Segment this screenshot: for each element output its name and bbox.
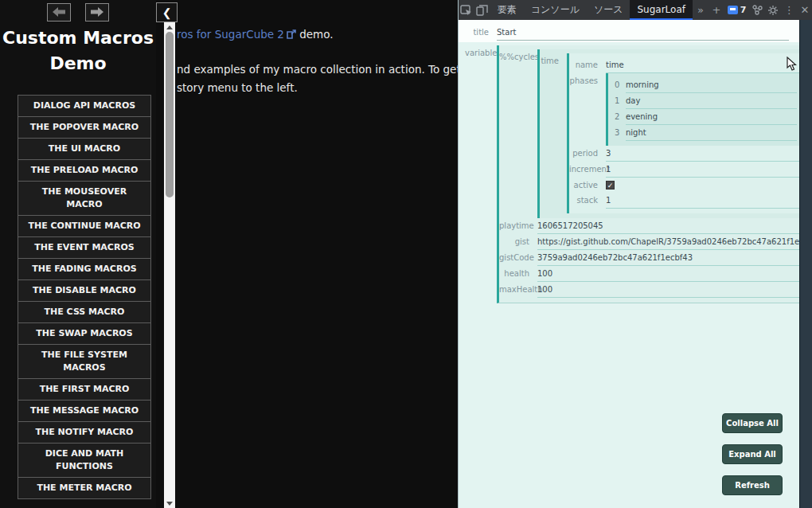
tab-console[interactable]: コンソール: [524, 0, 587, 20]
time-box: name time phases 0 morning: [567, 53, 800, 213]
menu-item-message[interactable]: THE MESSAGE MACRO: [18, 400, 151, 422]
cycles-box: time name time phases: [537, 49, 800, 218]
tab-elements[interactable]: 要素: [490, 0, 524, 20]
increment-key: increment: [569, 162, 606, 177]
gistcode-value[interactable]: 3759a9ad0246eb72bc47a621f1ecbf43: [537, 250, 800, 266]
history-back-button[interactable]: [47, 3, 71, 21]
story-area: Custom Macros Demo DIALOG API MACROS THE…: [0, 0, 458, 508]
tab-sources[interactable]: ソース: [587, 0, 630, 20]
phase-value[interactable]: night: [626, 125, 797, 141]
period-key: period: [569, 146, 606, 161]
story-title-line1: Custom Macros: [0, 25, 156, 51]
variables-row: variables %%cycles time name time: [459, 42, 800, 303]
health-value[interactable]: 100: [537, 266, 800, 282]
menu-item-meter[interactable]: THE METER MACRO: [18, 477, 151, 499]
increment-row: increment 1: [569, 162, 800, 178]
gist-row: gist https://gist.github.com/ChapelR/375…: [499, 234, 800, 250]
playtime-row: playtime 1606517205045: [499, 218, 800, 234]
phase-item: 3 night: [608, 125, 800, 141]
menu-item-dialog-api[interactable]: DIALOG API MACROS: [18, 95, 151, 117]
cycles-key: %%cycles: [499, 49, 537, 64]
mouse-cursor: [787, 57, 797, 72]
story-title-line2: Demo: [0, 51, 156, 76]
collapse-all-button[interactable]: Collapse All: [722, 413, 783, 433]
paragraph-line-1: nd examples of my macro collection in ac…: [177, 63, 461, 76]
variables-key: variables: [465, 45, 497, 61]
menu-item-preload[interactable]: THE PRELOAD MACRO: [18, 159, 151, 182]
playtime-value[interactable]: 1606517205045: [537, 218, 800, 234]
phases-row: phases 0 morning 1: [569, 73, 800, 146]
history-forward-button[interactable]: [85, 3, 109, 21]
phase-value[interactable]: morning: [626, 77, 797, 93]
menu-item-dice-math[interactable]: DICE AND MATH FUNCTIONS: [18, 443, 151, 478]
device-toolbar-icon[interactable]: [474, 0, 490, 20]
maxhealth-value[interactable]: 100: [537, 282, 800, 298]
sidebar-collapse-button[interactable]: ❮: [156, 2, 178, 22]
phases-key: phases: [569, 73, 606, 88]
arrow-left-icon: [53, 5, 65, 20]
settings-gear-icon[interactable]: [765, 0, 781, 20]
menu-item-swap[interactable]: THE SWAP MACROS: [18, 322, 151, 345]
phases-box: 0 morning 1 day: [606, 73, 800, 146]
maxhealth-row: maxHealth 100: [499, 282, 800, 298]
stack-key: stack: [569, 193, 606, 208]
story-menu: DIALOG API MACROS THE POPOVER MACRO THE …: [18, 96, 151, 499]
scroll-down-icon[interactable]: [164, 498, 175, 508]
gist-value[interactable]: https://gist.github.com/ChapelR/3759a9ad…: [537, 234, 800, 250]
console-errors-badge[interactable]: 7: [724, 5, 750, 15]
menu-item-css[interactable]: THE CSS MACRO: [18, 301, 151, 323]
error-count: 7: [740, 5, 747, 15]
menu-item-file-system[interactable]: THE FILE SYSTEM MACROS: [18, 344, 151, 379]
health-row: health 100: [499, 266, 800, 282]
external-link-icon: [287, 29, 296, 41]
inspect-element-icon[interactable]: [459, 0, 474, 20]
arrow-right-icon: [91, 5, 103, 20]
kebab-menu-icon[interactable]: ⋮: [781, 0, 797, 20]
menu-item-first[interactable]: THE FIRST MACRO: [18, 378, 151, 401]
devtools-panel: 要素 コンソール ソース SugarLoaf » + 7 ⋮ ✕ title: [458, 0, 812, 508]
time-row: time name time phases: [540, 53, 800, 213]
cycles-row: %%cycles time name time: [499, 49, 800, 218]
menu-item-notify[interactable]: THE NOTIFY MACRO: [18, 421, 151, 444]
devtools-scrollbar[interactable]: [799, 20, 812, 508]
issues-hub-icon[interactable]: [749, 0, 765, 20]
panel-actions: Collapse All Expand All Refresh: [722, 413, 783, 495]
sugarcube-link[interactable]: ros for SugarCube 2: [177, 28, 284, 41]
menu-item-ui[interactable]: THE UI MACRO: [18, 138, 151, 160]
stack-value[interactable]: 1: [606, 193, 800, 209]
menu-item-mouseover[interactable]: THE MOUSEOVER MACRO: [18, 181, 151, 216]
refresh-button[interactable]: Refresh: [722, 475, 783, 495]
menu-item-fading[interactable]: THE FADING MACROS: [18, 258, 151, 280]
active-key: active: [569, 178, 606, 193]
screen: Custom Macros Demo DIALOG API MACROS THE…: [0, 0, 812, 508]
phase-item: 2 evening: [608, 109, 800, 125]
tab-sugarloaf[interactable]: SugarLoaf: [630, 0, 693, 20]
variables-box: %%cycles time name time: [497, 45, 800, 303]
story-scrollbar[interactable]: [164, 22, 175, 508]
phase-item: 1 day: [608, 93, 800, 109]
scrollbar-thumb[interactable]: [166, 32, 174, 197]
phase-value[interactable]: day: [626, 93, 797, 109]
intro-line: ros for SugarCube 2 demo.: [177, 28, 334, 41]
more-tabs-icon[interactable]: »: [693, 0, 709, 20]
phase-item: 0 morning: [608, 77, 800, 93]
expand-all-button[interactable]: Expand All: [722, 444, 783, 464]
story-title: Custom Macros Demo: [0, 25, 156, 76]
increment-value[interactable]: 1: [606, 162, 800, 178]
name-value[interactable]: time: [606, 57, 800, 73]
menu-item-popover[interactable]: THE POPOVER MACRO: [18, 116, 151, 139]
period-row: period 3: [569, 146, 800, 162]
stack-row: stack 1: [569, 193, 800, 209]
period-value[interactable]: 3: [606, 146, 800, 162]
menu-item-disable[interactable]: THE DISABLE MACRO: [18, 279, 151, 302]
title-value[interactable]: Start: [497, 25, 789, 41]
name-key: name: [569, 57, 606, 72]
menu-item-continue[interactable]: THE CONTINUE MACRO: [18, 215, 151, 237]
close-devtools-icon[interactable]: ✕: [797, 0, 812, 20]
scroll-up-icon[interactable]: [164, 22, 175, 32]
add-tab-icon[interactable]: +: [709, 0, 724, 20]
phase-value[interactable]: evening: [626, 109, 797, 125]
menu-item-event[interactable]: THE EVENT MACROS: [18, 236, 151, 259]
active-checkbox[interactable]: ✓: [606, 181, 615, 190]
title-key: title: [465, 25, 497, 40]
